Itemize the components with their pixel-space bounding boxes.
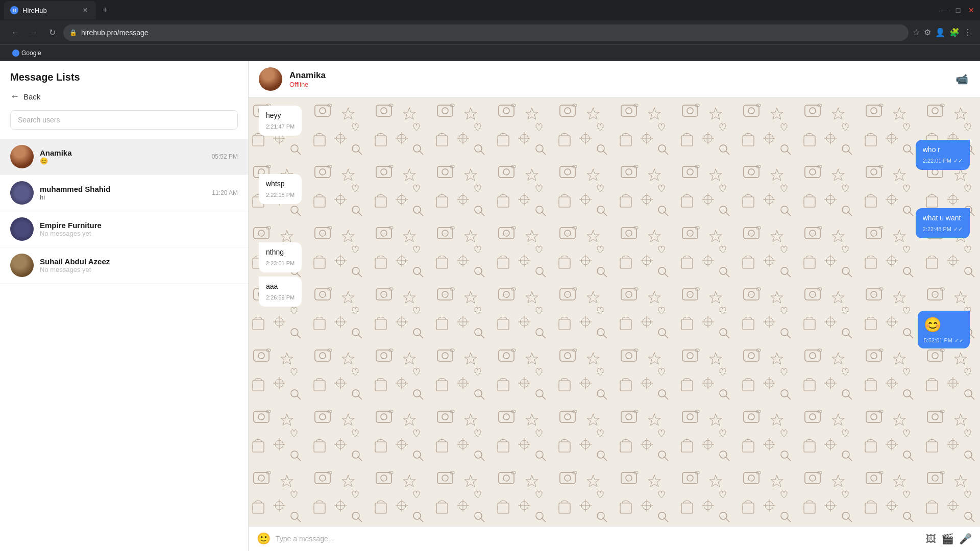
- video-attachment-button[interactable]: 🎬: [941, 533, 954, 545]
- message-time-3: 2:22:18 PM: [266, 191, 295, 199]
- messages-container: heyy 2:21:47 PM who r 2:22:01 PM ✓✓ whts…: [249, 97, 980, 357]
- message-lists-header: Message Lists ← Back: [0, 61, 248, 135]
- chat-header: Anamika Offline 📹: [249, 61, 980, 97]
- chat-input-bar: 🙂 🖼 🎬 🎤: [249, 526, 980, 551]
- tab-favicon-letter: H: [13, 8, 16, 13]
- extensions-icon[interactable]: ⚙: [924, 28, 931, 37]
- message-2: who r 2:22:01 PM ✓✓: [916, 140, 970, 170]
- avatar-anamika: [10, 145, 34, 168]
- message-input[interactable]: [276, 532, 921, 546]
- message-text-6: aaa: [266, 282, 295, 292]
- avatar-suhail: [10, 254, 34, 277]
- puzzle-icon[interactable]: 🧩: [949, 28, 960, 37]
- double-check-icon-4: ✓✓: [953, 226, 963, 233]
- chat-messages-area[interactable]: heyy 2:21:47 PM who r 2:22:01 PM ✓✓ whts…: [249, 97, 980, 526]
- double-check-icon-2: ✓✓: [953, 157, 963, 165]
- tab-bar: H HireHub ✕ + — □ ✕: [0, 0, 980, 20]
- contact-time-muhammed: 11:20 AM: [212, 189, 238, 196]
- back-label: Back: [23, 92, 40, 101]
- minimize-button[interactable]: —: [940, 6, 949, 15]
- message-5: nthng 2:23:01 PM: [259, 242, 302, 272]
- contact-name-muhammed: muhammed Shahid: [40, 185, 206, 193]
- message-text-1: heyy: [266, 111, 295, 121]
- secure-icon: 🔒: [69, 29, 77, 36]
- avatar-empire: [10, 217, 34, 241]
- back-button[interactable]: ← Back: [10, 91, 238, 102]
- back-nav-button[interactable]: ←: [8, 26, 22, 40]
- contact-info-anamika: Anamika 😊: [40, 148, 206, 165]
- browser-tab[interactable]: H HireHub ✕: [4, 1, 96, 19]
- new-tab-button[interactable]: +: [98, 3, 112, 17]
- chat-user-name: Anamika: [289, 70, 946, 81]
- contact-preview-anamika: 😊: [40, 157, 206, 165]
- contact-info-muhammed: muhammed Shahid hi: [40, 185, 206, 201]
- google-bookmark-label: Google: [21, 49, 41, 57]
- tab-title: HireHub: [22, 7, 77, 14]
- more-icon[interactable]: ⋮: [964, 28, 972, 37]
- message-1: heyy 2:21:47 PM: [259, 106, 302, 136]
- browser-chrome: H HireHub ✕ + — □ ✕ ← → ↻ 🔒 hirehub.pro/…: [0, 0, 980, 61]
- message-time-4: 2:22:48 PM ✓✓: [923, 226, 963, 233]
- bookmark-google[interactable]: Google: [8, 47, 45, 59]
- message-time-2: 2:22:01 PM ✓✓: [923, 157, 963, 165]
- contact-preview-empire: No messages yet: [40, 230, 232, 237]
- image-attachment-button[interactable]: 🖼: [926, 533, 936, 545]
- message-6: aaa 2:26:59 PM: [259, 277, 302, 307]
- reload-button[interactable]: ↻: [45, 26, 59, 40]
- contact-name-empire: Empire Furniture: [40, 221, 232, 230]
- video-call-button[interactable]: 📹: [953, 71, 970, 87]
- contact-list: Anamika 😊 05:52 PM muhammed Shahid hi 11…: [0, 135, 248, 551]
- message-text-5: nthng: [266, 247, 295, 258]
- message-time-1: 2:21:47 PM: [266, 123, 295, 131]
- back-arrow-icon: ←: [10, 91, 19, 102]
- contact-info-empire: Empire Furniture No messages yet: [40, 221, 232, 237]
- search-users-input[interactable]: [10, 110, 238, 130]
- tab-close-button[interactable]: ✕: [81, 6, 90, 15]
- google-bookmark-icon: [12, 49, 19, 57]
- message-text-3: whtsp: [266, 179, 295, 189]
- bookmark-star-icon[interactable]: ☆: [913, 28, 920, 37]
- avatar-muhammed: [10, 181, 34, 205]
- contact-name-anamika: Anamika: [40, 148, 206, 157]
- message-text-2: who r: [923, 145, 963, 155]
- app-content: Message Lists ← Back Anamika 😊 05:52 PM: [0, 61, 980, 551]
- double-check-icon-7: ✓✓: [954, 337, 964, 344]
- contact-preview-suhail: No messages yet: [40, 266, 232, 273]
- contact-item-empire[interactable]: Empire Furniture No messages yet: [0, 211, 248, 247]
- message-time-6: 2:26:59 PM: [266, 294, 295, 302]
- chat-contact-avatar: [259, 67, 282, 91]
- contact-item-suhail[interactable]: Suhail Abdul Azeez No messages yet: [0, 247, 248, 284]
- close-window-button[interactable]: ✕: [967, 6, 976, 15]
- bookmark-bar: Google: [0, 45, 980, 61]
- tab-favicon: H: [10, 6, 18, 14]
- profile-icon[interactable]: 👤: [935, 28, 945, 37]
- message-lists-title: Message Lists: [10, 71, 238, 83]
- audio-record-button[interactable]: 🎤: [959, 533, 972, 545]
- message-text-7: 😊: [924, 315, 964, 335]
- contact-preview-muhammed: hi: [40, 193, 206, 201]
- url-bar[interactable]: 🔒 hirehub.pro/message: [63, 24, 909, 41]
- message-time-7: 5:52:01 PM ✓✓: [924, 337, 964, 344]
- contact-info-suhail: Suhail Abdul Azeez No messages yet: [40, 257, 232, 273]
- message-4: what u want 2:22:48 PM ✓✓: [916, 208, 970, 238]
- message-text-4: what u want: [923, 213, 963, 223]
- message-time-5: 2:23:01 PM: [266, 260, 295, 267]
- url-text: hirehub.pro/message: [81, 29, 149, 37]
- message-3: whtsp 2:22:18 PM: [259, 174, 302, 204]
- contact-time-anamika: 05:52 PM: [212, 153, 238, 160]
- message-lists-panel: Message Lists ← Back Anamika 😊 05:52 PM: [0, 61, 249, 551]
- chat-panel: Anamika Offline 📹: [249, 61, 980, 551]
- contact-name-suhail: Suhail Abdul Azeez: [40, 257, 232, 266]
- message-7: 😊 5:52:01 PM ✓✓: [918, 311, 970, 349]
- forward-nav-button[interactable]: →: [27, 26, 41, 40]
- chat-user-status: Offline: [289, 81, 946, 88]
- contact-item-anamika[interactable]: Anamika 😊 05:52 PM: [0, 139, 248, 175]
- address-bar-right: ☆ ⚙ 👤 🧩 ⋮: [913, 28, 972, 37]
- tab-bar-right: — □ ✕: [940, 6, 976, 15]
- chat-user-info: Anamika Offline: [289, 70, 946, 88]
- address-bar: ← → ↻ 🔒 hirehub.pro/message ☆ ⚙ 👤 🧩 ⋮: [0, 20, 980, 45]
- emoji-picker-button[interactable]: 🙂: [257, 532, 271, 545]
- maximize-button[interactable]: □: [953, 6, 963, 15]
- contact-item-muhammed[interactable]: muhammed Shahid hi 11:20 AM: [0, 175, 248, 211]
